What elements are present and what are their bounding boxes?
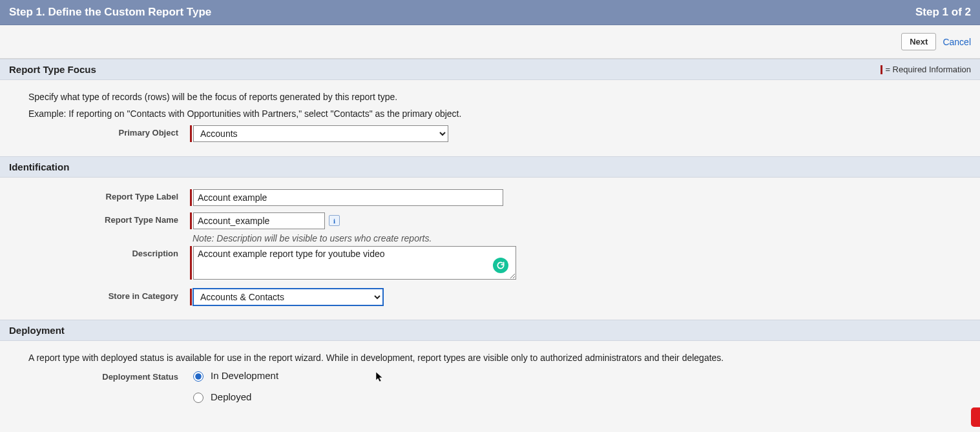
store-in-category-select[interactable]: Accounts & Contacts [193, 289, 383, 305]
required-bar [190, 212, 192, 229]
mouse-cursor-icon [375, 371, 384, 383]
side-tab-icon[interactable] [971, 407, 980, 417]
required-bar [190, 246, 192, 280]
required-indicator-icon [881, 65, 882, 74]
wizard-header: Step 1. Define the Custom Report Type St… [0, 0, 980, 25]
info-icon[interactable]: i [329, 215, 340, 226]
deployment-status-label: Deployment Status [28, 369, 190, 382]
section-title-focus: Report Type Focus [9, 64, 96, 75]
radio-in-development-input[interactable] [193, 371, 203, 382]
section-title-deployment: Deployment [9, 325, 65, 336]
section-body-focus: Specify what type of records (rows) will… [0, 80, 980, 156]
action-bar: Next Cancel [0, 25, 980, 59]
section-header-identification: Identification [0, 156, 980, 178]
radio-deployed-label: Deployed [211, 391, 251, 402]
section-title-identification: Identification [9, 161, 69, 172]
description-label: Description [28, 246, 190, 258]
radio-deployed-input[interactable] [193, 393, 203, 403]
radio-in-development-label: In Development [211, 370, 278, 381]
report-type-name-input[interactable] [193, 212, 325, 229]
report-type-name-label: Report Type Name [28, 212, 190, 225]
cancel-link[interactable]: Cancel [943, 37, 971, 47]
radio-deployed[interactable]: Deployed [190, 391, 262, 403]
next-button[interactable]: Next [901, 33, 936, 50]
wizard-step-title: Step 1. Define the Custom Report Type [9, 6, 211, 19]
section-header-focus: Report Type Focus = Required Information [0, 59, 980, 80]
required-bar [190, 189, 192, 206]
description-note: Note: Description will be visible to use… [193, 233, 961, 243]
report-type-label-input[interactable] [193, 189, 503, 206]
focus-help-line2: Example: If reporting on "Contacts with … [28, 108, 961, 119]
section-header-deployment: Deployment [0, 320, 980, 341]
deployment-help: A report type with deployed status is av… [28, 353, 961, 363]
primary-object-label: Primary Object [28, 125, 190, 138]
primary-object-select[interactable]: Accounts [193, 125, 448, 142]
required-legend-text: = Required Information [885, 65, 971, 74]
section-body-identification: Report Type Label Report Type Name i Not… [0, 178, 980, 320]
wizard-step-indicator: Step 1 of 2 [915, 6, 971, 19]
required-bar [190, 125, 192, 142]
store-in-category-label: Store in Category [28, 289, 190, 301]
required-bar [190, 289, 192, 305]
report-type-label-label: Report Type Label [28, 189, 190, 201]
focus-help-line1: Specify what type of records (rows) will… [28, 92, 961, 102]
required-legend: = Required Information [881, 65, 971, 74]
section-body-deployment: A report type with deployed status is av… [0, 341, 980, 417]
radio-in-development[interactable]: In Development [190, 369, 262, 382]
description-textarea[interactable] [193, 246, 516, 280]
